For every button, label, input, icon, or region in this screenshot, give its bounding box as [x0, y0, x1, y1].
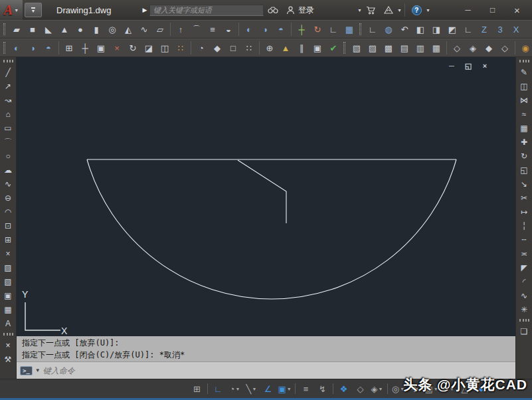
- ucs[interactable]: ∟: [365, 21, 381, 37]
- quick-access-toolbar-button[interactable]: ▼: [25, 3, 42, 17]
- toolbar-grip[interactable]: [3, 60, 13, 62]
- loft[interactable]: ≡: [205, 21, 221, 37]
- table[interactable]: ▦: [1, 302, 15, 316]
- circle[interactable]: ○: [1, 149, 15, 163]
- surface-union[interactable]: ◐: [9, 40, 25, 56]
- infer-constraints[interactable]: ⊞▼: [189, 381, 205, 397]
- extend[interactable]: ↦: [517, 205, 531, 219]
- mtext[interactable]: A: [1, 316, 15, 330]
- object-snap-tracking[interactable]: ∠▼: [260, 381, 276, 397]
- selection-cycling[interactable]: ↯▼: [314, 381, 331, 397]
- vs-wireframe[interactable]: ▨: [365, 40, 381, 56]
- ucs-view[interactable]: ◩: [444, 21, 460, 37]
- torus[interactable]: ◎: [104, 21, 120, 37]
- sketch-entity-2[interactable]: [238, 160, 286, 223]
- vs-2d-wireframe[interactable]: ▧: [349, 40, 365, 56]
- help-button[interactable]: ?: [408, 0, 426, 20]
- 3d-align-points[interactable]: ∷: [173, 40, 189, 56]
- sweep[interactable]: ⌒: [189, 21, 205, 37]
- isometric-drafting[interactable]: ╲▼: [243, 381, 260, 397]
- vs-xray[interactable]: ◆: [481, 40, 497, 56]
- subtract[interactable]: ◑: [257, 21, 273, 37]
- chevron-down-icon[interactable]: ▼: [357, 8, 362, 13]
- minimize-button[interactable]: ─: [456, 0, 480, 20]
- presspull[interactable]: ↑: [173, 21, 189, 37]
- cone[interactable]: ▲: [56, 21, 72, 37]
- 3d-rotate[interactable]: ↻: [310, 21, 325, 37]
- ucs-origin[interactable]: ∟: [460, 21, 476, 37]
- toolbar-grip[interactable]: [519, 319, 529, 322]
- make-block[interactable]: ⊞: [1, 233, 15, 247]
- stretch[interactable]: ↘: [517, 177, 531, 191]
- 3d-erase[interactable]: ×: [109, 40, 125, 56]
- chevron-down-icon[interactable]: ▼: [426, 8, 430, 13]
- check-solid[interactable]: ✔: [325, 40, 341, 56]
- line[interactable]: ╱: [1, 65, 15, 79]
- surface-subtract[interactable]: ◑: [25, 40, 41, 56]
- toolbar-grip[interactable]: [343, 42, 345, 54]
- break[interactable]: ╌: [517, 233, 531, 247]
- polysolid[interactable]: ▰: [9, 21, 25, 37]
- model-space[interactable]: Y X: [17, 57, 515, 336]
- search-icon[interactable]: [264, 0, 282, 20]
- helix[interactable]: ∿: [136, 21, 152, 37]
- thicken[interactable]: ⊕: [262, 40, 278, 56]
- chamfer[interactable]: ◤: [517, 260, 531, 274]
- toolbar-grip[interactable]: [3, 42, 5, 54]
- close-command-window[interactable]: ×: [1, 338, 15, 352]
- toolbar-grip[interactable]: [359, 23, 361, 35]
- command-prompt-icon[interactable]: >_: [20, 366, 33, 375]
- spline[interactable]: ∿: [1, 177, 15, 191]
- toolbar-grip[interactable]: [519, 60, 529, 62]
- intersect[interactable]: ◓: [273, 21, 289, 37]
- search-input[interactable]: [149, 5, 264, 16]
- interfere[interactable]: ∥: [294, 40, 310, 56]
- imprint[interactable]: ∷: [241, 40, 257, 56]
- hatch[interactable]: ▨: [1, 260, 15, 274]
- construction-line[interactable]: ↗: [1, 79, 15, 93]
- polygon[interactable]: ⌂: [1, 107, 15, 121]
- chamfer-edge[interactable]: ◆: [209, 40, 225, 56]
- drawing-canvas[interactable]: Y X ─ ◱ ×: [17, 57, 515, 336]
- explode[interactable]: ✳: [517, 302, 531, 316]
- app-menu-button[interactable]: A ▼: [0, 0, 23, 20]
- vs-hidden[interactable]: ▩: [381, 40, 397, 56]
- doc-close-button[interactable]: ×: [481, 62, 489, 70]
- extract-edges[interactable]: □: [225, 40, 241, 56]
- trim[interactable]: ✂: [517, 191, 531, 205]
- pyramid[interactable]: ◭: [120, 21, 136, 37]
- search-flyout-icon[interactable]: ▶: [140, 7, 149, 13]
- 3d-copy[interactable]: ▣: [93, 40, 109, 56]
- close-button[interactable]: ×: [505, 0, 529, 20]
- cart-icon[interactable]: [362, 0, 380, 20]
- array[interactable]: ▦: [517, 121, 531, 135]
- ucs-world[interactable]: ◍: [381, 21, 397, 37]
- cylinder[interactable]: ▮: [88, 21, 104, 37]
- blend-curves[interactable]: ∿: [517, 288, 531, 302]
- 3d-move[interactable]: ┼: [294, 21, 310, 37]
- ucs-3-point[interactable]: 3: [492, 21, 508, 37]
- 3d-move-gizmo[interactable]: ┼: [77, 40, 93, 56]
- revision-cloud[interactable]: ☁: [1, 163, 15, 177]
- offset[interactable]: ≈: [517, 107, 531, 121]
- ellipse-arc[interactable]: ◠: [1, 205, 15, 219]
- doc-minimize-button[interactable]: ─: [448, 62, 456, 70]
- toolbar-grip[interactable]: [3, 333, 13, 336]
- ortho-mode[interactable]: ∟▼: [210, 381, 226, 397]
- convert-to-solid[interactable]: ▲: [278, 40, 294, 56]
- vs-shaded[interactable]: ▦: [428, 40, 444, 56]
- 3d-object-snap[interactable]: ❖▼: [335, 381, 352, 397]
- polyline[interactable]: ↝: [1, 93, 15, 107]
- command-history[interactable]: 指定下一点或 [放弃(U)]:指定下一点或 [闭合(C)/放弃(U)]: *取消…: [17, 336, 515, 361]
- gradient[interactable]: ▧: [1, 274, 15, 288]
- arc[interactable]: ⌒: [1, 135, 15, 149]
- wedge[interactable]: ◣: [41, 21, 56, 37]
- ucs-object[interactable]: ◨: [428, 21, 444, 37]
- insert-block[interactable]: ⊡: [1, 219, 15, 233]
- vs-shades-of-gray[interactable]: ◇: [449, 40, 465, 56]
- ucs-face[interactable]: ◧: [412, 21, 428, 37]
- a360-icon[interactable]: [380, 0, 397, 20]
- command-input[interactable]: [43, 366, 512, 375]
- vs-sketchy[interactable]: ◈: [465, 40, 481, 56]
- polar-tracking[interactable]: ◔▼: [226, 381, 243, 397]
